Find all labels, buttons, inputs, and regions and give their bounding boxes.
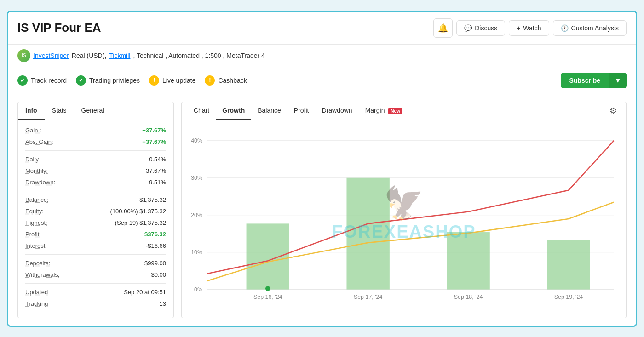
svg-rect-10	[247, 223, 289, 289]
page-title: IS VIP Four EA	[17, 21, 101, 35]
broker-link[interactable]: Tickmill	[109, 52, 130, 59]
header: IS VIP Four EA 🔔 💬 Discuss + Watch 🕐 Cus…	[8, 12, 636, 45]
chart-tab-growth[interactable]: Growth	[216, 102, 251, 120]
info-row-tracking: Tracking 13	[25, 298, 166, 309]
svg-text:Sep 19, '24: Sep 19, '24	[554, 294, 583, 300]
svg-rect-11	[346, 177, 389, 289]
live-update-warn-icon: !	[149, 75, 159, 86]
svg-text:Sep 18, '24: Sep 18, '24	[454, 294, 483, 300]
header-actions: 🔔 💬 Discuss + Watch 🕐 Custom Analysis	[433, 18, 627, 38]
withdrawals-label: Withdrawals:	[25, 271, 59, 278]
watch-button[interactable]: + Watch	[509, 20, 549, 36]
drawdown-value: 9.51%	[149, 179, 166, 186]
cashback-warn-icon: !	[205, 75, 215, 86]
info-row-updated: Updated Sep 20 at 09:51	[25, 286, 166, 298]
left-panel-tabs: Info Stats General	[18, 102, 173, 120]
equity-label: Equity:	[25, 208, 44, 215]
divider-3	[25, 254, 166, 255]
svg-text:20%: 20%	[191, 211, 202, 218]
gain-label: Gain :	[25, 127, 41, 134]
info-row-daily: Daily 0.54%	[25, 154, 166, 165]
chart-tab-drawdown[interactable]: Drawdown	[316, 102, 359, 120]
tracking-value: 13	[160, 300, 166, 307]
info-row-equity: Equity: (100.00%) $1,375.32	[25, 206, 166, 217]
chart-legend: Equity Growth Growth Deposit Withdrawal	[189, 315, 619, 318]
custom-analysis-button[interactable]: 🕐 Custom Analysis	[553, 20, 627, 36]
new-badge: New	[388, 108, 402, 114]
subscribe-button[interactable]: Subscribe ▼	[561, 73, 627, 88]
live-update-badge: ! Live update	[149, 75, 196, 86]
live-update-label: Live update	[162, 77, 196, 84]
chart-area: 🦅 FOREXEASHOP 40% 30% 20% 10% 0%	[182, 120, 626, 318]
divider-1	[25, 150, 166, 151]
discuss-icon: 💬	[464, 24, 472, 32]
main-content: Info Stats General Gain : +37.67% Abs. G…	[8, 94, 636, 326]
monthly-value: 37.67%	[146, 167, 166, 174]
trading-privileges-label: Trading privileges	[89, 77, 140, 84]
abs-gain-label: Abs. Gain:	[25, 138, 53, 145]
divider-2	[25, 191, 166, 191]
info-row-abs-gain: Abs. Gain: +37.67%	[25, 136, 166, 148]
subscribe-label[interactable]: Subscribe	[561, 73, 609, 88]
highest-value: (Sep 19) $1,375.32	[115, 219, 166, 226]
info-row-monthly: Monthly: 37.67%	[25, 165, 166, 177]
chart-tab-chart[interactable]: Chart	[187, 102, 216, 120]
updated-value: Sep 20 at 09:51	[124, 289, 166, 296]
drawdown-label: Drawdown:	[25, 179, 55, 186]
chart-svg: 40% 30% 20% 10% 0%	[189, 125, 619, 313]
account-details: , Technical , Automated , 1:500 , MetaTr…	[133, 52, 264, 59]
chart-tab-margin[interactable]: Margin New	[359, 102, 409, 120]
tab-general[interactable]: General	[74, 102, 112, 120]
divider-4	[25, 283, 166, 284]
left-panel: Info Stats General Gain : +37.67% Abs. G…	[17, 102, 174, 318]
balance-label: Balance:	[25, 196, 49, 203]
track-record-label: Track record	[31, 77, 67, 84]
daily-label: Daily	[25, 156, 39, 163]
chart-tab-profit[interactable]: Profit	[288, 102, 316, 120]
monthly-label: Monthly:	[25, 167, 48, 174]
equity-value: (100.00%) $1,375.32	[110, 208, 166, 215]
daily-value: 0.54%	[149, 156, 166, 163]
cashback-label: Cashback	[218, 77, 247, 84]
tab-stats[interactable]: Stats	[45, 102, 74, 120]
chart-tab-balance[interactable]: Balance	[251, 102, 288, 120]
badges-row: ✓ Track record ✓ Trading privileges ! Li…	[8, 67, 636, 94]
discuss-button[interactable]: 💬 Discuss	[456, 20, 505, 36]
svg-text:0%: 0%	[194, 286, 202, 292]
chart-tabs: Chart Growth Balance Profit Drawdown Mar…	[187, 102, 409, 120]
subscribe-dropdown-arrow[interactable]: ▼	[609, 73, 627, 88]
trading-privileges-badge: ✓ Trading privileges	[76, 75, 140, 86]
svg-rect-13	[547, 240, 590, 289]
notifications-button[interactable]: 🔔	[433, 18, 453, 38]
interest-label: Interest:	[25, 242, 47, 249]
info-row-profit: Profit: $376.32	[25, 228, 166, 240]
svg-text:10%: 10%	[191, 249, 202, 255]
track-record-check-icon: ✓	[17, 75, 28, 86]
username-link[interactable]: InvestSniper	[33, 52, 69, 59]
info-row-balance: Balance: $1,375.32	[25, 194, 166, 206]
plus-icon: +	[517, 24, 520, 32]
deposits-label: Deposits:	[25, 260, 50, 267]
info-row-highest: Highest: (Sep 19) $1,375.32	[25, 217, 166, 228]
info-row-gain: Gain : +37.67%	[25, 125, 166, 136]
tracking-label: Tracking	[25, 300, 48, 307]
abs-gain-value: +37.67%	[142, 138, 166, 145]
main-container: IS VIP Four EA 🔔 💬 Discuss + Watch 🕐 Cus…	[7, 11, 637, 327]
info-row-interest: Interest: -$16.66	[25, 240, 166, 251]
account-type: Real (USD),	[72, 52, 106, 59]
info-row-withdrawals: Withdrawals: $0.00	[25, 269, 166, 280]
profit-value: $376.32	[144, 231, 166, 238]
info-row-deposits: Deposits: $999.00	[25, 257, 166, 269]
clock-icon: 🕐	[561, 24, 569, 32]
subtitle-row: IS InvestSniper Real (USD), Tickmill , T…	[8, 45, 636, 67]
right-panel: Chart Growth Balance Profit Drawdown Mar…	[181, 102, 627, 318]
svg-text:30%: 30%	[191, 174, 202, 181]
svg-text:40%: 40%	[191, 137, 202, 143]
tab-info[interactable]: Info	[18, 102, 45, 120]
badges-left: ✓ Track record ✓ Trading privileges ! Li…	[17, 75, 247, 86]
chart-filter-icon[interactable]: ⚙	[606, 102, 621, 120]
withdrawals-value: $0.00	[151, 271, 166, 278]
avatar: IS	[17, 49, 30, 62]
cashback-badge: ! Cashback	[205, 75, 247, 86]
gain-value: +37.67%	[142, 127, 166, 134]
